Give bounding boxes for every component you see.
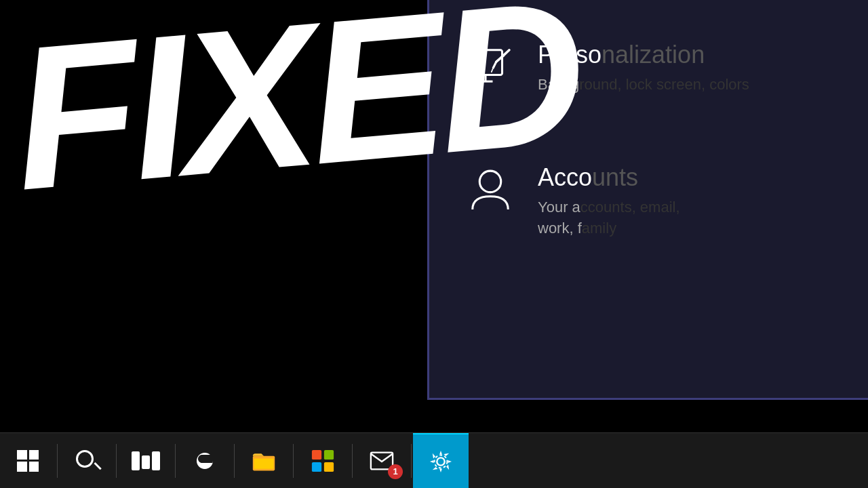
svg-point-16 — [437, 458, 444, 465]
search-icon — [76, 450, 98, 472]
divider-7 — [411, 444, 412, 478]
taskbar: 1 — [0, 432, 868, 488]
mail-button[interactable]: 1 — [354, 433, 410, 489]
start-button[interactable] — [0, 433, 56, 489]
settings-button[interactable] — [413, 433, 469, 489]
svg-rect-12 — [324, 449, 334, 459]
svg-rect-11 — [312, 449, 321, 459]
svg-rect-13 — [312, 462, 321, 471]
divider-2 — [116, 444, 117, 478]
gear-icon — [429, 449, 453, 474]
mail-badge: 1 — [388, 464, 403, 479]
store-button[interactable] — [295, 433, 351, 489]
ai-label-area — [167, 432, 256, 488]
windows-logo-icon — [17, 450, 39, 472]
store-icon — [311, 449, 335, 473]
fixed-overlay-text: FIXED — [6, 0, 587, 221]
svg-rect-10 — [254, 458, 274, 468]
task-view-icon — [132, 451, 160, 470]
search-button[interactable] — [59, 433, 115, 489]
divider-6 — [352, 444, 353, 478]
divider-5 — [293, 444, 294, 478]
accounts-subtitle: Your accounts, email,work, family — [538, 197, 680, 239]
svg-rect-14 — [324, 462, 334, 471]
task-view-button[interactable] — [118, 433, 174, 489]
divider-1 — [57, 444, 58, 478]
main-area: FIXED — [0, 0, 868, 432]
